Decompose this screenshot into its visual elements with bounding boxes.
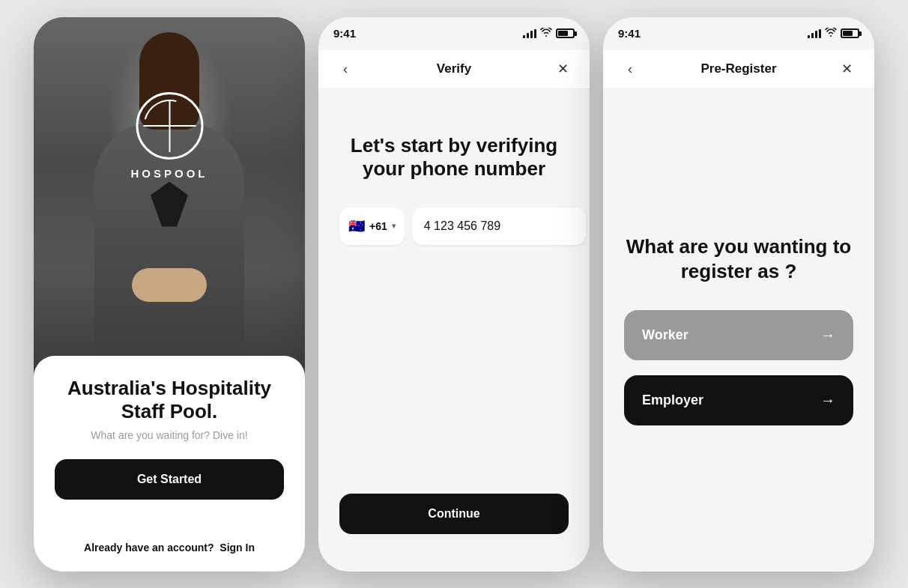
person-hands (132, 268, 207, 302)
status-icons-verify (523, 28, 575, 39)
arrow-right-worker-icon: → (820, 327, 835, 344)
close-icon-register: ✕ (841, 61, 853, 77)
status-bar-register: 9:41 (603, 17, 874, 50)
sign-in-link[interactable]: Sign In (220, 542, 255, 554)
logo-container: HOSPOOL (130, 92, 208, 180)
worker-button[interactable]: Worker → (624, 310, 853, 360)
back-icon: ‹ (343, 61, 348, 77)
status-time-register: 9:41 (618, 27, 641, 40)
phone-splash: HOSPOOL Australia's Hospitality Staff Po… (34, 17, 305, 572)
phone-verify: 9:41 ‹ Verify (318, 17, 590, 572)
verify-heading: Let's start by verifying your phone numb… (339, 134, 569, 181)
already-account-text: Already have an account? (84, 542, 214, 554)
continue-button[interactable]: Continue (339, 494, 569, 534)
app-name: HOSPOOL (130, 167, 208, 180)
nav-title-verify: Verify (437, 61, 471, 76)
nav-bar-register: ‹ Pre-Register ✕ (603, 50, 874, 89)
phone-input-row: 🇦🇺 +61 ▾ (339, 207, 569, 245)
signin-row: Already have an account? Sign In (55, 542, 284, 554)
splash-card: Australia's Hospitality Staff Pool. What… (34, 356, 305, 572)
splash-title: Australia's Hospitality Staff Pool. (55, 377, 284, 423)
battery-icon-register (841, 28, 859, 38)
register-content: What are you wanting to register as ? Wo… (603, 89, 874, 572)
employer-button[interactable]: Employer → (624, 375, 853, 425)
status-bar-verify: 9:41 (318, 17, 590, 50)
worker-label: Worker (642, 327, 688, 343)
close-icon: ✕ (557, 61, 569, 77)
country-code: +61 (369, 220, 387, 232)
back-button-register[interactable]: ‹ (618, 57, 642, 81)
country-flag: 🇦🇺 (348, 218, 365, 234)
nav-bar-verify: ‹ Verify ✕ (318, 50, 590, 89)
nav-title-register: Pre-Register (700, 61, 776, 76)
phone-number-input[interactable] (412, 207, 586, 245)
verify-content: Let's start by verifying your phone numb… (318, 89, 590, 572)
back-icon-register: ‹ (628, 61, 632, 77)
signal-icon (523, 29, 536, 38)
battery-icon (556, 28, 575, 38)
wifi-icon (540, 28, 552, 39)
signal-icon-register (808, 29, 821, 38)
country-selector[interactable]: 🇦🇺 +61 ▾ (339, 207, 405, 245)
phone-register: 9:41 ‹ Pre-Reg (603, 17, 874, 572)
wifi-icon-register (825, 28, 837, 39)
close-button-register[interactable]: ✕ (835, 57, 859, 81)
close-button-verify[interactable]: ✕ (551, 57, 575, 81)
back-button-verify[interactable]: ‹ (333, 57, 357, 81)
arrow-right-employer-icon: → (820, 392, 835, 409)
get-started-button[interactable]: Get Started (55, 459, 284, 500)
splash-subtitle: What are you waiting for? Dive in! (55, 429, 284, 441)
hero-image: HOSPOOL (34, 17, 305, 377)
logo-inner (143, 100, 196, 152)
register-heading: What are you wanting to register as ? (624, 234, 853, 283)
employer-label: Employer (642, 392, 703, 408)
status-time-verify: 9:41 (333, 27, 356, 40)
logo-circle (136, 92, 203, 160)
logo-arc (133, 90, 205, 162)
status-icons-register (808, 28, 859, 39)
chevron-down-icon: ▾ (392, 222, 396, 230)
